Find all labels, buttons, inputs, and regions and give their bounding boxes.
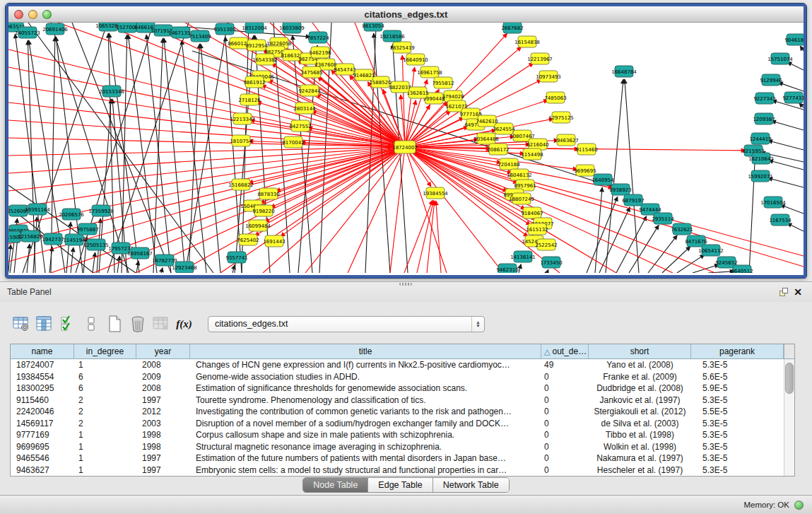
- graph-node[interactable]: 9699695: [574, 165, 596, 176]
- graph-node[interactable]: 7513409: [189, 30, 211, 42]
- window-titlebar[interactable]: citations_edges.txt: [8, 6, 804, 23]
- graph-node[interactable]: 6879197: [622, 194, 644, 206]
- graph-node[interactable]: 9861912: [243, 76, 265, 88]
- graph-node[interactable]: 1615132: [526, 223, 548, 235]
- graph-node[interactable]: 10654112: [698, 245, 724, 256]
- graph-node[interactable]: 16640910: [403, 54, 428, 65]
- graph-node[interactable]: 14055723: [15, 27, 40, 38]
- column-header-pagerank[interactable]: pagerank: [691, 344, 784, 358]
- float-panel-button[interactable]: [777, 286, 791, 298]
- graph-node[interactable]: 9227343: [753, 93, 775, 104]
- graph-node[interactable]: 5462196: [309, 47, 331, 58]
- graph-node[interactable]: 15166822: [228, 179, 254, 190]
- column-header-year[interactable]: year: [136, 344, 190, 358]
- graph-node[interactable]: 7955812: [432, 77, 454, 88]
- graph-node[interactable]: 14136141: [510, 251, 536, 262]
- graph-node[interactable]: 1167534: [769, 214, 792, 226]
- column-header-in_degree[interactable]: in_degree: [74, 344, 136, 358]
- graph-node[interactable]: 16154838: [514, 36, 540, 47]
- graph-node[interactable]: 12213967: [527, 53, 553, 64]
- graph-node[interactable]: 16543382: [252, 54, 278, 65]
- column-visibility-button[interactable]: [58, 315, 77, 333]
- graph-node[interactable]: 7857224: [307, 32, 329, 43]
- graph-node[interactable]: 9277431: [782, 92, 804, 103]
- zoom-window-button[interactable]: [42, 10, 52, 19]
- graph-node[interactable]: 12975125: [548, 112, 574, 123]
- graph-node[interactable]: 8170042: [282, 136, 304, 148]
- table-row[interactable]: 1830029562008Estimation of significance …: [11, 382, 794, 395]
- delete-column-button[interactable]: [128, 315, 147, 333]
- graph-node[interactable]: 9146821: [353, 69, 375, 81]
- table-selector-dropdown[interactable]: citations_edges.txt ▲▼: [208, 316, 485, 332]
- graph-node[interactable]: 2522542: [535, 239, 557, 250]
- graph-node[interactable]: 8813054: [362, 23, 384, 31]
- graph-node[interactable]: 16961758: [417, 66, 442, 78]
- graph-node[interactable]: 18807249: [509, 193, 534, 204]
- scrollbar-thumb[interactable]: [785, 363, 794, 394]
- tab-network-table[interactable]: Network Table: [433, 478, 509, 492]
- graph-node[interactable]: 8822037: [389, 81, 411, 93]
- table-row[interactable]: 911546021997Tourette syndrome. Phenomeno…: [11, 395, 794, 407]
- delete-table-button[interactable]: [151, 315, 170, 333]
- tab-edge-table[interactable]: Edge Table: [367, 478, 432, 492]
- table-row[interactable]: 2242004622012Investigating the contribut…: [11, 406, 794, 418]
- table-row[interactable]: 1938455462009Genome-wide association stu…: [11, 371, 794, 383]
- graph-node[interactable]: 20691406: [42, 23, 68, 35]
- panel-splitter-handle[interactable]: [399, 283, 412, 286]
- graph-node[interactable]: 12213343: [230, 113, 255, 124]
- graph-node[interactable]: 16099484: [245, 220, 271, 231]
- graph-node[interactable]: 10973493: [536, 71, 561, 82]
- graph-node[interactable]: 7625402: [237, 234, 259, 245]
- graph-node[interactable]: 8427552: [289, 120, 311, 132]
- graph-node[interactable]: 9115460: [575, 144, 597, 155]
- column-header-title[interactable]: title: [190, 344, 541, 358]
- graph-node[interactable]: 17016504: [760, 197, 786, 208]
- graph-node[interactable]: 20206576: [59, 209, 84, 220]
- select-columns-button[interactable]: [35, 315, 54, 333]
- graph-node[interactable]: 9357741: [225, 252, 247, 263]
- graph-node[interactable]: 19391164: [25, 204, 50, 215]
- network-canvas[interactable]: 1872400718325419166409101696175879558126…: [8, 23, 804, 273]
- graph-node[interactable]: 2718126: [238, 94, 261, 105]
- graph-node[interactable]: 19384554: [423, 187, 448, 199]
- graph-node[interactable]: 20364486: [473, 133, 499, 144]
- column-header-out_de[interactable]: △out_de…: [541, 344, 589, 358]
- row-height-button[interactable]: [81, 315, 100, 333]
- graph-node[interactable]: 1691443: [263, 235, 285, 247]
- graph-node[interactable]: 19463627: [553, 134, 579, 146]
- graph-node[interactable]: 1244419: [749, 133, 771, 144]
- table-row[interactable]: 946362711997Embryonic stem cells: a mode…: [11, 465, 794, 477]
- table-mode-button[interactable]: [11, 315, 30, 333]
- graph-node[interactable]: 17359928: [88, 205, 114, 216]
- graph-node[interactable]: 9640512: [731, 265, 753, 273]
- graph-node[interactable]: 7632621: [671, 223, 693, 235]
- table-row[interactable]: 1456911722003Disruption of a novel membe…: [11, 418, 794, 430]
- table-row[interactable]: 946554611997Estimation of the future num…: [11, 452, 794, 465]
- graph-node[interactable]: 9046183: [784, 34, 804, 45]
- close-window-button[interactable]: [14, 10, 23, 19]
- graph-node[interactable]: 1209387: [753, 113, 775, 124]
- close-panel-button[interactable]: ✕: [791, 286, 805, 298]
- graph-node[interactable]: 16210643: [748, 153, 774, 164]
- graph-node[interactable]: 2935114: [652, 213, 674, 224]
- graph-node[interactable]: 1733450: [540, 257, 562, 268]
- graph-node[interactable]: 9975887: [76, 223, 98, 235]
- table-row[interactable]: 977716911998Corpus callosum shape and si…: [11, 429, 794, 441]
- graph-node[interactable]: 3475685: [300, 66, 322, 78]
- network-window[interactable]: citations_edges.txt 18724007183254191664…: [6, 4, 806, 278]
- graph-node[interactable]: 1640954: [592, 174, 614, 185]
- graph-node[interactable]: 9198220: [252, 205, 274, 216]
- graph-node[interactable]: 8938923: [609, 184, 631, 195]
- graph-node[interactable]: 9351305: [213, 23, 235, 35]
- graph-node[interactable]: 9242844: [298, 85, 321, 96]
- graph-node[interactable]: 7485063: [544, 92, 566, 103]
- graph-node[interactable]: 2667682: [501, 23, 523, 33]
- table-row[interactable]: 969969511998Structural magnetic resonanc…: [11, 441, 794, 453]
- graph-node[interactable]: 19218586: [379, 30, 405, 42]
- graph-node[interactable]: 18325419: [389, 42, 415, 53]
- graph-node[interactable]: 1145194: [63, 234, 86, 245]
- graph-node[interactable]: 8878330: [257, 188, 279, 199]
- graph-node[interactable]: 15992071: [748, 170, 773, 182]
- graph-node[interactable]: 20153346: [99, 86, 124, 97]
- graph-node[interactable]: 16046132: [507, 169, 532, 180]
